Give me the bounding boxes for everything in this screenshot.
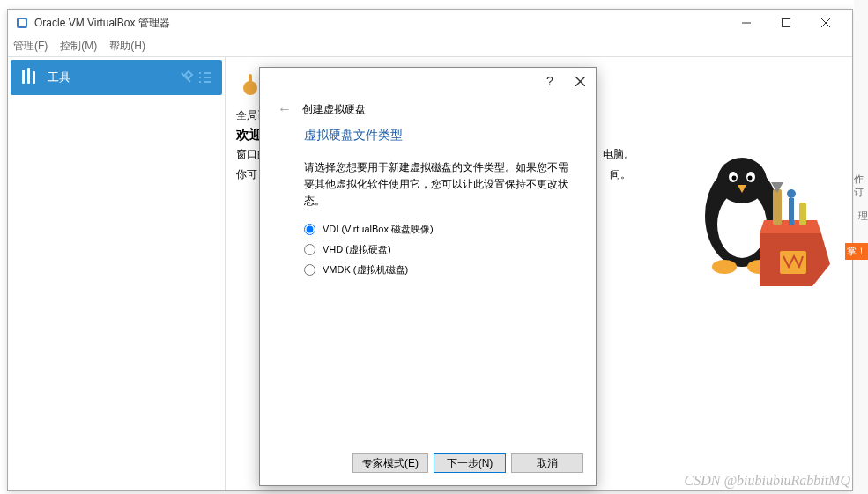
titlebar: Oracle VM VirtualBox 管理器 (8, 10, 852, 36)
radio-vmdk-input[interactable] (304, 264, 315, 276)
menu-control[interactable]: 控制(M) (60, 39, 97, 54)
minimize-button[interactable] (726, 11, 766, 35)
tools-actions (178, 70, 213, 85)
svg-point-33 (787, 189, 796, 198)
disk-type-radio-group: VDI (VirtualBox 磁盘映像) VHD (虚拟硬盘) VMDK (虚… (304, 223, 569, 276)
app-icon (15, 16, 29, 30)
svg-rect-35 (780, 251, 806, 274)
cancel-button[interactable]: 取消 (511, 453, 583, 473)
radio-vmdk-label: VMDK (虚拟机磁盘) (323, 263, 408, 276)
dialog-titlebar: ? (260, 68, 596, 94)
maximize-button[interactable] (766, 11, 805, 35)
text-right-2: 间。 (610, 167, 631, 182)
tools-icon (19, 66, 41, 90)
edge-text-1: 作订 (854, 173, 868, 199)
svg-point-29 (712, 260, 737, 274)
svg-rect-7 (27, 68, 30, 84)
svg-point-28 (748, 176, 753, 181)
edge-text-2: 理 (858, 210, 868, 223)
dialog-body: 虚拟硬盘文件类型 请选择您想要用于新建虚拟磁盘的文件类型。如果您不需要其他虚拟化… (260, 128, 596, 276)
svg-rect-32 (789, 198, 794, 225)
dialog-close-button[interactable] (573, 74, 587, 88)
dialog-title: 创建虚拟硬盘 (302, 102, 366, 117)
svg-point-27 (732, 176, 737, 181)
svg-point-24 (717, 158, 767, 203)
svg-rect-16 (249, 74, 252, 85)
radio-vdi-input[interactable] (304, 224, 315, 235)
radio-vhd-input[interactable] (304, 244, 315, 255)
expert-mode-button[interactable]: 专家模式(E) (352, 453, 428, 473)
penguin-illustration (676, 136, 835, 295)
svg-rect-34 (799, 203, 806, 225)
svg-rect-8 (33, 71, 35, 84)
svg-rect-6 (22, 70, 25, 84)
menu-help[interactable]: 帮助(H) (109, 39, 145, 54)
radio-vmdk[interactable]: VMDK (虚拟机磁盘) (304, 263, 569, 276)
dialog-footer: 专家模式(E) 下一步(N) 取消 (352, 453, 583, 473)
menu-file[interactable]: 管理(F) (13, 39, 48, 54)
text-left-2: 你可 (236, 167, 257, 182)
radio-vhd-label: VHD (虚拟硬盘) (323, 243, 391, 256)
create-disk-dialog: ? ← 创建虚拟硬盘 虚拟硬盘文件类型 请选择您想要用于新建虚拟磁盘的文件类型。… (259, 67, 597, 486)
radio-vhd[interactable]: VHD (虚拟硬盘) (304, 243, 569, 256)
list-icon[interactable] (197, 70, 213, 85)
back-arrow-icon[interactable]: ← (278, 101, 292, 117)
sidebar: 工具 (8, 57, 226, 490)
window-title: Oracle VM VirtualBox 管理器 (34, 16, 726, 31)
section-title: 虚拟硬盘文件类型 (304, 128, 569, 144)
tools-button[interactable]: 工具 (11, 60, 222, 95)
dialog-header: ← 创建虚拟硬盘 (260, 94, 596, 128)
window-controls (726, 11, 845, 35)
close-button[interactable] (805, 11, 845, 35)
radio-vdi[interactable]: VDI (VirtualBox 磁盘映像) (304, 223, 569, 236)
section-description: 请选择您想要用于新建虚拟磁盘的文件类型。如果您不需要其他虚拟化软件使用它，您可以… (304, 159, 569, 210)
edge-text-3: 掌！ (845, 243, 868, 260)
tools-label: 工具 (48, 70, 178, 85)
svg-rect-1 (19, 19, 26, 26)
radio-vdi-label: VDI (VirtualBox 磁盘映像) (323, 223, 434, 236)
right-edge-partial: 作订 理 掌！ (854, 0, 868, 494)
watermark: CSDN @biubiubiuRabbitMQ (685, 473, 851, 489)
next-button[interactable]: 下一步(N) (434, 453, 506, 473)
dialog-help-button[interactable]: ? (543, 74, 557, 88)
svg-rect-3 (782, 19, 790, 27)
pin-icon[interactable] (178, 70, 194, 85)
menubar: 管理(F) 控制(M) 帮助(H) (8, 36, 852, 57)
svg-rect-31 (773, 189, 782, 225)
text-right-1: 电脑。 (603, 147, 634, 162)
